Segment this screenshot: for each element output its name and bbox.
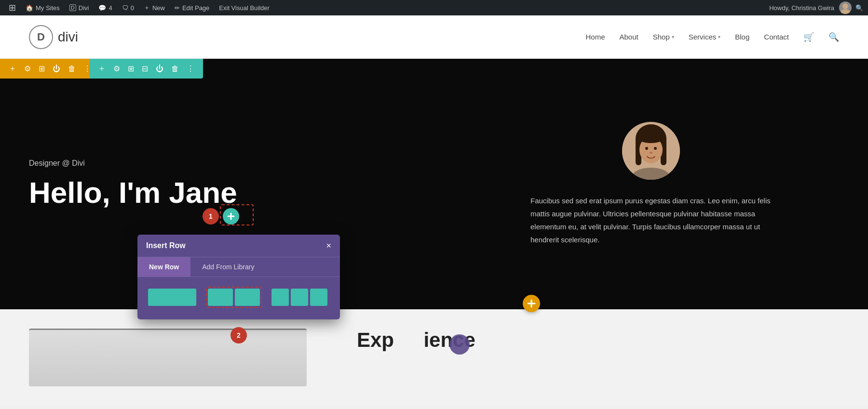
plus-icon: ＋ bbox=[144, 3, 150, 12]
main-content: ＋ ⚙ ⊞ ⏻ 🗑 ⋮ ＋ ⚙ ⊞ ⊟ ⏻ 🗑 ⋮ Designer @ Div… bbox=[0, 59, 868, 406]
services-dropdown-arrow: ▾ bbox=[718, 34, 720, 40]
layout-col-half-left bbox=[208, 289, 233, 306]
nav-shop[interactable]: Shop ▾ bbox=[653, 33, 674, 41]
experience-text: Exp bbox=[357, 329, 394, 351]
badge-2: 2 bbox=[231, 327, 247, 343]
modal-tabs: New Row Add From Library bbox=[137, 257, 340, 277]
pencil-icon: ✏ bbox=[175, 4, 180, 12]
wordpress-icon: ⊞ bbox=[9, 2, 16, 13]
hero-body-text: Faucibus sed sed erat ipsum purus egesta… bbox=[530, 194, 772, 246]
nav-about[interactable]: About bbox=[619, 33, 638, 41]
wp-icon[interactable]: ⊞ bbox=[5, 0, 20, 15]
tab-new-row[interactable]: New Row bbox=[137, 257, 190, 277]
row-more-btn[interactable]: ⋮ bbox=[185, 63, 196, 74]
nav-services[interactable]: Services ▾ bbox=[689, 33, 721, 41]
modal-header: Insert Row × bbox=[137, 235, 340, 257]
svg-point-10 bbox=[637, 130, 665, 143]
admin-bar: ⊞ 🏠 My Sites D Divi 💬 4 🗨 0 ＋ New ✏ Edit… bbox=[0, 0, 868, 15]
layout-1col[interactable] bbox=[146, 287, 198, 308]
exit-builder-button[interactable]: Exit Visual Builder bbox=[215, 0, 273, 15]
svg-point-1 bbox=[841, 9, 850, 14]
row-toolbar: ＋ ⚙ ⊞ ⊟ ⏻ 🗑 ⋮ bbox=[89, 59, 203, 79]
avatar-icon bbox=[839, 1, 852, 14]
layout-col-half-right bbox=[235, 289, 260, 306]
svg-point-0 bbox=[842, 3, 848, 9]
comments-icon: 💬 bbox=[98, 4, 106, 12]
nav-blog[interactable]: Blog bbox=[735, 33, 749, 41]
content-placeholder bbox=[29, 329, 307, 386]
divi-menu[interactable]: D Divi bbox=[66, 0, 93, 15]
light-right-column: Exp ience bbox=[338, 329, 839, 352]
row-cols-btn[interactable]: ⊟ bbox=[140, 63, 150, 74]
section-add-btn[interactable]: ＋ bbox=[7, 63, 18, 75]
nav-search[interactable]: 🔍 bbox=[828, 32, 839, 42]
layout-col-third-3 bbox=[310, 289, 327, 306]
admin-bar-right: Howdy, Christina Gwira 🔍 bbox=[769, 1, 863, 14]
layout-col-third-1 bbox=[271, 289, 289, 306]
user-options-icon[interactable]: 🔍 bbox=[855, 4, 863, 12]
section-add-row-btn[interactable] bbox=[523, 295, 540, 312]
section-toggle-btn[interactable]: ⏻ bbox=[51, 64, 62, 74]
layout-3col[interactable] bbox=[270, 287, 329, 308]
plus-icon bbox=[226, 211, 236, 221]
avatar-image bbox=[622, 122, 680, 180]
row-settings-btn[interactable]: ⚙ bbox=[111, 63, 122, 74]
light-section: Exp ience bbox=[0, 309, 868, 406]
svg-point-8 bbox=[654, 147, 657, 150]
my-sites-menu[interactable]: 🏠 My Sites bbox=[22, 0, 64, 15]
insert-row-modal: Insert Row × New Row Add From Library bbox=[137, 235, 340, 319]
hero-right-column: Faucibus sed sed erat ipsum purus egesta… bbox=[434, 59, 868, 309]
logo-circle: D bbox=[29, 25, 53, 49]
row-toggle-btn[interactable]: ⏻ bbox=[154, 64, 165, 74]
insert-plus-btn[interactable] bbox=[223, 208, 239, 224]
row-delete-btn[interactable]: 🗑 bbox=[169, 64, 181, 74]
plus-insert-btn[interactable] bbox=[223, 208, 239, 224]
edit-page-button[interactable]: ✏ Edit Page bbox=[171, 0, 213, 15]
nav-cart[interactable]: 🛒 bbox=[803, 32, 814, 42]
layout-col-full bbox=[148, 289, 196, 306]
nav-home[interactable]: Home bbox=[585, 33, 605, 41]
new-menu[interactable]: ＋ New bbox=[140, 0, 169, 15]
hero-title: Hello, I'm Jane bbox=[29, 176, 405, 209]
section-delete-btn[interactable]: 🗑 bbox=[66, 64, 78, 74]
svg-point-7 bbox=[645, 147, 648, 150]
shop-dropdown-arrow: ▾ bbox=[672, 34, 674, 40]
section-settings-btn[interactable]: ⚙ bbox=[22, 63, 33, 74]
insert-row-trigger: 1 bbox=[203, 208, 239, 224]
avatar bbox=[622, 122, 680, 180]
site-navigation: Home About Shop ▾ Services ▾ Blog Contac… bbox=[585, 32, 839, 42]
sites-icon: 🏠 bbox=[26, 4, 33, 12]
user-avatar[interactable] bbox=[839, 1, 852, 14]
hero-section: ＋ ⚙ ⊞ ⏻ 🗑 ⋮ ＋ ⚙ ⊞ ⊟ ⏻ 🗑 ⋮ Designer @ Div… bbox=[0, 59, 868, 309]
svg-point-9 bbox=[650, 152, 652, 154]
nav-contact[interactable]: Contact bbox=[764, 33, 789, 41]
modal-body: 2 bbox=[137, 277, 340, 319]
purple-dot-icon bbox=[449, 334, 470, 355]
experience-title: Exp ience bbox=[357, 329, 475, 352]
comments-menu[interactable]: 💬 4 bbox=[95, 0, 116, 15]
comment-icon: 🗨 bbox=[122, 4, 128, 12]
divi-icon: D bbox=[69, 4, 76, 11]
badge-1: 1 bbox=[203, 208, 219, 224]
section-toolbar: ＋ ⚙ ⊞ ⏻ 🗑 ⋮ bbox=[0, 59, 100, 79]
layout-2col[interactable] bbox=[206, 287, 262, 308]
comments-zero[interactable]: 🗨 0 bbox=[118, 0, 138, 15]
light-left-column bbox=[29, 329, 338, 386]
hero-subtitle: Designer @ Divi bbox=[29, 159, 405, 168]
modal-close-btn[interactable]: × bbox=[326, 241, 331, 250]
row-layout-btn[interactable]: ⊞ bbox=[126, 63, 136, 74]
site-header: D divi Home About Shop ▾ Services ▾ Blog… bbox=[0, 15, 868, 59]
section-layout-btn[interactable]: ⊞ bbox=[37, 63, 47, 74]
add-row-plus-icon bbox=[526, 298, 537, 309]
modal-title: Insert Row bbox=[146, 241, 186, 250]
layout-col-third-2 bbox=[291, 289, 308, 306]
site-logo[interactable]: D divi bbox=[29, 25, 78, 49]
tab-add-from-library[interactable]: Add From Library bbox=[190, 257, 266, 277]
row-add-btn[interactable]: ＋ bbox=[96, 63, 108, 75]
